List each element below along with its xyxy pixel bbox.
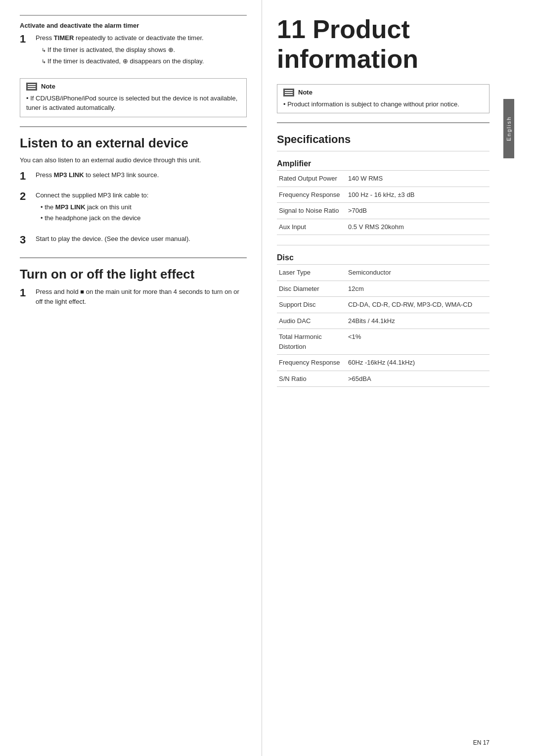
table-row: Frequency Response60Hz -16kHz (44.1kHz): [277, 355, 490, 371]
listen-step3-text: Start to play the device. (See the devic…: [36, 234, 247, 244]
spec-label: S/N Ratio: [277, 371, 346, 387]
spec-value: 12cm: [346, 281, 490, 297]
specs-divider: [277, 122, 490, 123]
product-note-list: Product information is subject to change…: [283, 99, 483, 109]
light-divider: [20, 257, 247, 258]
product-note-box: Note Product information is subject to c…: [277, 84, 490, 114]
listen-step3-content: Start to play the device. (See the devic…: [36, 234, 247, 244]
spec-value: CD-DA, CD-R, CD-RW, MP3-CD, WMA-CD: [346, 297, 490, 313]
left-column: Activate and deactivate the alarm timer …: [0, 0, 262, 756]
table-row: Audio DAC24Bits / 44.1kHz: [277, 313, 490, 329]
spec-label: Support Disc: [277, 297, 346, 313]
light-step1-text: Press and hold ■ on the main unit for mo…: [36, 287, 247, 306]
table-row: Signal to Noise Ratio>70dB: [277, 203, 490, 219]
activate-step1-arrow2: If the timer is deactivated, ⊕ disappear…: [42, 56, 247, 66]
spec-value: >65dBA: [346, 371, 490, 387]
amp-top-divider: [277, 151, 490, 151]
light-step1: 1 Press and hold ■ on the main unit for …: [20, 287, 247, 311]
listen-step2-bullet1: the MP3 LINK jack on this unit: [41, 202, 247, 212]
spec-label: Rated Output Power: [277, 171, 346, 187]
activate-step1-number: 1: [20, 33, 26, 45]
spec-label: Aux Input: [277, 219, 346, 235]
listen-step2-text: Connect the supplied MP3 link cable to:: [36, 190, 247, 200]
listen-step2: 2 Connect the supplied MP3 link cable to…: [20, 190, 247, 228]
activate-step1-text: Press TIMER repeatedly to activate or de…: [36, 33, 247, 43]
listen-step3: 3 Start to play the device. (See the dev…: [20, 234, 247, 249]
chapter-number: 11: [277, 15, 306, 44]
listen-step1-text: Press MP3 LINK to select MP3 link source…: [36, 170, 247, 180]
page-number: EN 17: [473, 739, 490, 746]
spec-label: Laser Type: [277, 265, 346, 281]
spec-value: 0.5 V RMS 20kohm: [346, 219, 490, 235]
table-row: Rated Output Power140 W RMS: [277, 171, 490, 187]
activate-title: Activate and deactivate the alarm timer: [20, 22, 247, 29]
spec-label: Disc Diameter: [277, 281, 346, 297]
disc-title: Disc: [277, 253, 490, 262]
table-row: S/N Ratio>65dBA: [277, 371, 490, 387]
spec-value: >70dB: [346, 203, 490, 219]
chapter-header: 11 Product information: [277, 15, 490, 74]
listen-step1-content: Press MP3 LINK to select MP3 link source…: [36, 170, 247, 180]
activate-step1-content: Press TIMER repeatedly to activate or de…: [36, 33, 247, 66]
activate-note-item-1: If CD/USB/iPhone/iPod source is selected…: [26, 94, 240, 113]
light-title: Turn on or off the light effect: [20, 266, 247, 283]
table-row: Aux Input0.5 V RMS 20kohm: [277, 219, 490, 235]
activate-note-list: If CD/USB/iPhone/iPod source is selected…: [26, 94, 240, 113]
spec-value: 60Hz -16kHz (44.1kHz): [346, 355, 490, 371]
table-row: Support DiscCD-DA, CD-R, CD-RW, MP3-CD, …: [277, 297, 490, 313]
spec-value: 24Bits / 44.1kHz: [346, 313, 490, 329]
spec-label: Total Harmonic Distortion: [277, 329, 346, 355]
product-info-title: 11 Product information: [277, 15, 490, 74]
table-row: Laser TypeSemiconductor: [277, 265, 490, 281]
listen-title: Listen to an external device: [20, 135, 247, 152]
spec-value: 100 Hz - 16 kHz, ±3 dB: [346, 187, 490, 203]
spec-value: Semiconductor: [346, 265, 490, 281]
spec-label: Frequency Response: [277, 187, 346, 203]
product-note-header: Note: [283, 89, 483, 96]
activate-note-header: Note: [26, 83, 240, 91]
activate-note-icon: [26, 83, 37, 91]
listen-step1-number: 1: [20, 170, 26, 182]
listen-step2-bullets: the MP3 LINK jack on this unit the headp…: [36, 202, 247, 223]
activate-note-box: Note If CD/USB/iPhone/iPod source is sel…: [20, 78, 247, 117]
listen-intro: You can also listen to an external audio…: [20, 155, 247, 165]
activate-step1-arrow1: If the timer is activated, the display s…: [42, 45, 247, 55]
amplifier-table: Rated Output Power140 W RMSFrequency Res…: [277, 170, 490, 235]
table-row: Total Harmonic Distortion<1%: [277, 329, 490, 355]
table-row: Frequency Response100 Hz - 16 kHz, ±3 dB: [277, 187, 490, 203]
listen-step2-bullet2: the headphone jack on the device: [41, 213, 247, 223]
spec-label: Audio DAC: [277, 313, 346, 329]
specifications-title: Specifications: [277, 133, 490, 146]
product-note-icon: [283, 89, 294, 96]
sidebar-tab: English: [503, 99, 514, 158]
page-wrapper: Activate and deactivate the alarm timer …: [0, 0, 534, 756]
table-row: Disc Diameter12cm: [277, 281, 490, 297]
listen-step1: 1 Press MP3 LINK to select MP3 link sour…: [20, 170, 247, 185]
light-step1-content: Press and hold ■ on the main unit for mo…: [36, 287, 247, 306]
amplifier-title: Amplifier: [277, 159, 490, 168]
product-note-label: Note: [298, 89, 312, 96]
disc-table: Laser TypeSemiconductorDisc Diameter12cm…: [277, 264, 490, 387]
listen-step3-number: 3: [20, 234, 26, 246]
disc-top-divider: [277, 245, 490, 245]
sidebar-tab-label: English: [506, 116, 512, 141]
spec-value: <1%: [346, 329, 490, 355]
listen-step2-content: Connect the supplied MP3 link cable to: …: [36, 190, 247, 223]
listen-step2-number: 2: [20, 190, 26, 202]
spec-value: 140 W RMS: [346, 171, 490, 187]
activate-step1: 1 Press TIMER repeatedly to activate or …: [20, 33, 247, 71]
spec-label: Signal to Noise Ratio: [277, 203, 346, 219]
activate-note-label: Note: [41, 83, 55, 90]
right-column: 11 Product information Note Product info…: [262, 0, 514, 756]
spec-label: Frequency Response: [277, 355, 346, 371]
top-divider: [20, 15, 247, 16]
listen-divider: [20, 126, 247, 127]
light-step1-number: 1: [20, 287, 26, 299]
product-note-item-1: Product information is subject to change…: [283, 99, 483, 109]
